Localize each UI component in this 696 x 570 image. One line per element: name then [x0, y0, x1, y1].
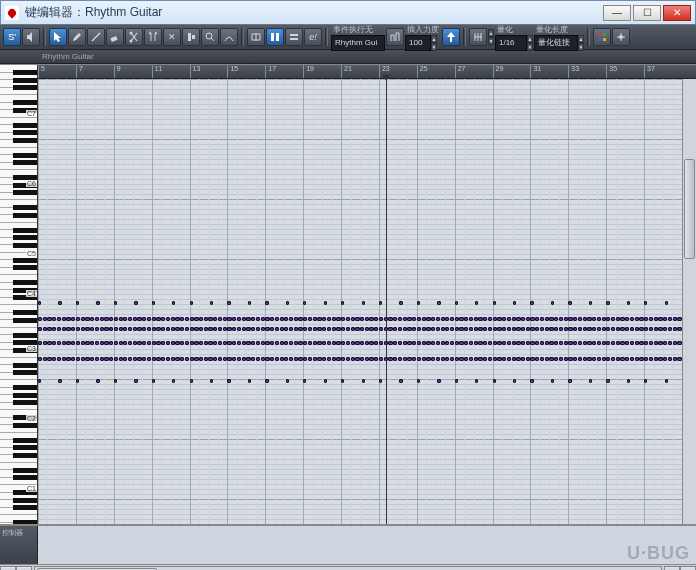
- midi-note[interactable]: [208, 317, 212, 321]
- midi-note[interactable]: [369, 357, 373, 361]
- midi-note[interactable]: [502, 327, 506, 331]
- midi-note[interactable]: [559, 317, 563, 321]
- midi-note[interactable]: [478, 357, 482, 361]
- midi-note[interactable]: [431, 357, 435, 361]
- midi-note[interactable]: [502, 317, 506, 321]
- midi-note[interactable]: [611, 357, 615, 361]
- midi-note[interactable]: [47, 341, 51, 345]
- mute-tool[interactable]: ✕: [163, 28, 181, 46]
- midi-note[interactable]: [322, 327, 326, 331]
- midi-note[interactable]: [152, 327, 156, 331]
- midi-note[interactable]: [336, 317, 340, 321]
- midi-note[interactable]: [275, 341, 279, 345]
- colors-button[interactable]: [593, 28, 611, 46]
- midi-note[interactable]: [398, 357, 402, 361]
- midi-note[interactable]: [194, 327, 198, 331]
- midi-note[interactable]: [355, 317, 359, 321]
- toolbar-setup-button[interactable]: [612, 28, 630, 46]
- midi-note[interactable]: [76, 317, 80, 321]
- midi-note[interactable]: [469, 317, 473, 321]
- midi-note[interactable]: [66, 317, 70, 321]
- midi-note[interactable]: [668, 341, 672, 345]
- midi-note[interactable]: [635, 341, 639, 345]
- midi-note[interactable]: [324, 379, 327, 383]
- midi-note[interactable]: [445, 317, 449, 321]
- midi-note[interactable]: [654, 317, 658, 321]
- midi-note[interactable]: [602, 357, 606, 361]
- midi-note[interactable]: [578, 317, 582, 321]
- midi-note[interactable]: [100, 317, 104, 321]
- midi-note[interactable]: [52, 341, 56, 345]
- midi-note[interactable]: [530, 357, 534, 361]
- midi-note[interactable]: [204, 357, 208, 361]
- midi-note[interactable]: [246, 317, 250, 321]
- midi-note[interactable]: [521, 341, 525, 345]
- close-button[interactable]: ✕: [663, 5, 691, 21]
- midi-note[interactable]: [218, 317, 222, 321]
- midi-note[interactable]: [606, 317, 610, 321]
- midi-note[interactable]: [341, 317, 345, 321]
- midi-note[interactable]: [549, 357, 553, 361]
- zoom-tool[interactable]: [201, 28, 219, 46]
- midi-note[interactable]: [649, 357, 653, 361]
- midi-note[interactable]: [171, 317, 175, 321]
- midi-note[interactable]: [280, 317, 284, 321]
- midi-note[interactable]: [303, 327, 307, 331]
- midi-note[interactable]: [147, 317, 151, 321]
- midi-note[interactable]: [43, 341, 47, 345]
- midi-note[interactable]: [611, 341, 615, 345]
- midi-note[interactable]: [398, 317, 402, 321]
- midi-note[interactable]: [512, 317, 516, 321]
- quantize-spinner[interactable]: ▲▼: [527, 35, 533, 51]
- midi-note[interactable]: [384, 357, 388, 361]
- midi-note[interactable]: [137, 327, 141, 331]
- midi-note[interactable]: [540, 327, 544, 331]
- midi-note[interactable]: [38, 341, 42, 345]
- midi-note[interactable]: [223, 317, 227, 321]
- midi-note[interactable]: [422, 327, 426, 331]
- midi-note[interactable]: [488, 317, 492, 321]
- midi-note[interactable]: [639, 317, 643, 321]
- midi-note[interactable]: [592, 341, 596, 345]
- midi-note[interactable]: [665, 301, 668, 305]
- midi-note[interactable]: [483, 357, 487, 361]
- midi-note[interactable]: [265, 317, 269, 321]
- midi-note[interactable]: [294, 357, 298, 361]
- midi-note[interactable]: [194, 341, 198, 345]
- midi-note[interactable]: [644, 341, 648, 345]
- midi-note[interactable]: [38, 327, 42, 331]
- midi-note[interactable]: [507, 327, 511, 331]
- midi-note[interactable]: [559, 357, 563, 361]
- midi-note[interactable]: [379, 301, 382, 305]
- midi-note[interactable]: [289, 327, 293, 331]
- playhead[interactable]: [386, 79, 387, 524]
- midi-note[interactable]: [161, 357, 165, 361]
- midi-note[interactable]: [530, 341, 534, 345]
- midi-note[interactable]: [52, 317, 56, 321]
- midi-note[interactable]: [246, 341, 250, 345]
- midi-note[interactable]: [450, 341, 454, 345]
- midi-note[interactable]: [369, 317, 373, 321]
- midi-note[interactable]: [96, 301, 99, 305]
- midi-note[interactable]: [152, 341, 156, 345]
- midi-note[interactable]: [242, 327, 246, 331]
- midi-note[interactable]: [172, 379, 175, 383]
- line-tool[interactable]: [87, 28, 105, 46]
- midi-note[interactable]: [437, 301, 440, 305]
- midi-note[interactable]: [374, 341, 378, 345]
- midi-note[interactable]: [270, 317, 274, 321]
- midi-note[interactable]: [210, 379, 213, 383]
- midi-note[interactable]: [38, 379, 41, 383]
- midi-note[interactable]: [246, 357, 250, 361]
- midi-note[interactable]: [437, 379, 440, 383]
- midi-note[interactable]: [493, 379, 496, 383]
- grid-spinner[interactable]: ▲▼: [488, 29, 494, 45]
- midi-note[interactable]: [81, 341, 85, 345]
- length-q-field[interactable]: 量化链接: [534, 35, 578, 51]
- midi-note[interactable]: [554, 341, 558, 345]
- midi-note[interactable]: [455, 379, 458, 383]
- midi-note[interactable]: [673, 317, 677, 321]
- midi-note[interactable]: [606, 327, 610, 331]
- midi-note[interactable]: [270, 341, 274, 345]
- midi-note[interactable]: [175, 357, 179, 361]
